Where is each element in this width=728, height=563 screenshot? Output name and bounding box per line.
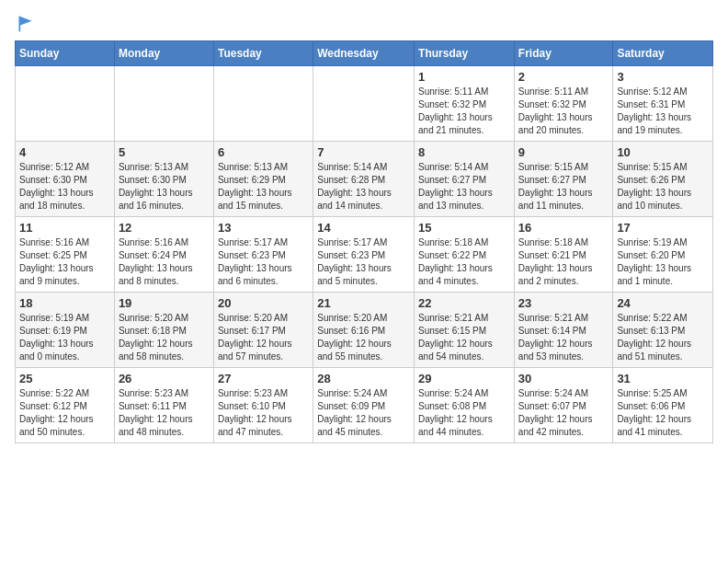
calendar-cell: [213, 66, 313, 142]
day-info: Sunrise: 5:20 AM Sunset: 6:17 PM Dayligh…: [218, 312, 309, 363]
calendar-cell: 10Sunrise: 5:15 AM Sunset: 6:26 PM Dayli…: [613, 142, 713, 217]
calendar-cell: 6Sunrise: 5:13 AM Sunset: 6:29 PM Daylig…: [213, 142, 313, 217]
day-number: 1: [418, 70, 510, 84]
day-number: 31: [617, 372, 709, 385]
day-number: 5: [119, 145, 210, 159]
column-header-sunday: Sunday: [16, 41, 115, 66]
svg-rect-1: [19, 17, 21, 32]
day-info: Sunrise: 5:19 AM Sunset: 6:20 PM Dayligh…: [617, 236, 709, 288]
day-number: 3: [617, 70, 709, 84]
calendar-week-3: 11Sunrise: 5:16 AM Sunset: 6:25 PM Dayli…: [16, 217, 713, 293]
calendar-cell: 29Sunrise: 5:24 AM Sunset: 6:08 PM Dayli…: [415, 368, 515, 443]
day-info: Sunrise: 5:18 AM Sunset: 6:21 PM Dayligh…: [518, 236, 609, 288]
calendar-cell: 4Sunrise: 5:12 AM Sunset: 6:30 PM Daylig…: [16, 142, 115, 217]
calendar-week-2: 4Sunrise: 5:12 AM Sunset: 6:30 PM Daylig…: [16, 142, 713, 217]
day-number: 8: [418, 145, 510, 159]
day-number: 13: [218, 221, 309, 235]
calendar-cell: 23Sunrise: 5:21 AM Sunset: 6:14 PM Dayli…: [514, 293, 613, 368]
day-number: 4: [19, 145, 110, 159]
day-info: Sunrise: 5:14 AM Sunset: 6:28 PM Dayligh…: [317, 161, 410, 213]
day-info: Sunrise: 5:25 AM Sunset: 6:06 PM Dayligh…: [617, 387, 709, 439]
day-info: Sunrise: 5:23 AM Sunset: 6:10 PM Dayligh…: [218, 387, 309, 439]
day-number: 10: [617, 145, 709, 159]
calendar-cell: 5Sunrise: 5:13 AM Sunset: 6:30 PM Daylig…: [114, 142, 213, 217]
day-info: Sunrise: 5:12 AM Sunset: 6:31 PM Dayligh…: [617, 86, 709, 137]
day-number: 29: [418, 372, 510, 385]
day-info: Sunrise: 5:24 AM Sunset: 6:08 PM Dayligh…: [418, 387, 510, 439]
day-number: 12: [119, 221, 210, 235]
calendar-cell: 7Sunrise: 5:14 AM Sunset: 6:28 PM Daylig…: [313, 142, 415, 217]
day-info: Sunrise: 5:21 AM Sunset: 6:14 PM Dayligh…: [518, 312, 609, 363]
day-number: 15: [418, 221, 510, 235]
logo: [15, 15, 35, 33]
svg-marker-0: [19, 17, 31, 26]
day-info: Sunrise: 5:16 AM Sunset: 6:24 PM Dayligh…: [119, 236, 210, 288]
day-number: 27: [218, 372, 309, 385]
calendar-cell: 19Sunrise: 5:20 AM Sunset: 6:18 PM Dayli…: [114, 293, 213, 368]
day-info: Sunrise: 5:22 AM Sunset: 6:12 PM Dayligh…: [19, 387, 110, 439]
day-info: Sunrise: 5:12 AM Sunset: 6:30 PM Dayligh…: [19, 161, 110, 213]
day-number: 24: [617, 296, 709, 310]
calendar-cell: 26Sunrise: 5:23 AM Sunset: 6:11 PM Dayli…: [114, 368, 213, 443]
calendar-cell: 18Sunrise: 5:19 AM Sunset: 6:19 PM Dayli…: [16, 293, 115, 368]
calendar-week-4: 18Sunrise: 5:19 AM Sunset: 6:19 PM Dayli…: [16, 293, 713, 368]
calendar-cell: 8Sunrise: 5:14 AM Sunset: 6:27 PM Daylig…: [415, 142, 515, 217]
calendar-cell: 17Sunrise: 5:19 AM Sunset: 6:20 PM Dayli…: [613, 217, 713, 293]
calendar-cell: 27Sunrise: 5:23 AM Sunset: 6:10 PM Dayli…: [213, 368, 313, 443]
column-header-monday: Monday: [114, 41, 213, 66]
logo-flag-icon: [17, 15, 35, 33]
day-number: 11: [19, 221, 110, 235]
column-header-thursday: Thursday: [415, 41, 515, 66]
day-number: 2: [518, 70, 609, 84]
calendar-cell: 28Sunrise: 5:24 AM Sunset: 6:09 PM Dayli…: [313, 368, 415, 443]
day-info: Sunrise: 5:19 AM Sunset: 6:19 PM Dayligh…: [19, 312, 110, 363]
calendar-cell: [313, 66, 415, 142]
calendar-cell: [114, 66, 213, 142]
page-header: [15, 15, 713, 33]
calendar-cell: 12Sunrise: 5:16 AM Sunset: 6:24 PM Dayli…: [114, 217, 213, 293]
day-info: Sunrise: 5:16 AM Sunset: 6:25 PM Dayligh…: [19, 236, 110, 288]
day-info: Sunrise: 5:18 AM Sunset: 6:22 PM Dayligh…: [418, 236, 510, 288]
calendar-cell: 30Sunrise: 5:24 AM Sunset: 6:07 PM Dayli…: [514, 368, 613, 443]
calendar-cell: 13Sunrise: 5:17 AM Sunset: 6:23 PM Dayli…: [213, 217, 313, 293]
day-number: 22: [418, 296, 510, 310]
day-number: 18: [19, 296, 110, 310]
day-number: 20: [218, 296, 309, 310]
day-info: Sunrise: 5:15 AM Sunset: 6:26 PM Dayligh…: [617, 161, 709, 213]
calendar-cell: 1Sunrise: 5:11 AM Sunset: 6:32 PM Daylig…: [415, 66, 515, 142]
calendar-cell: 15Sunrise: 5:18 AM Sunset: 6:22 PM Dayli…: [415, 217, 515, 293]
calendar-week-1: 1Sunrise: 5:11 AM Sunset: 6:32 PM Daylig…: [16, 66, 713, 142]
column-header-saturday: Saturday: [613, 41, 713, 66]
day-info: Sunrise: 5:20 AM Sunset: 6:18 PM Dayligh…: [119, 312, 210, 363]
calendar-cell: 21Sunrise: 5:20 AM Sunset: 6:16 PM Dayli…: [313, 293, 415, 368]
day-number: 25: [19, 372, 110, 385]
day-info: Sunrise: 5:23 AM Sunset: 6:11 PM Dayligh…: [119, 387, 210, 439]
day-info: Sunrise: 5:21 AM Sunset: 6:15 PM Dayligh…: [418, 312, 510, 363]
calendar-cell: 31Sunrise: 5:25 AM Sunset: 6:06 PM Dayli…: [613, 368, 713, 443]
day-number: 28: [317, 372, 410, 385]
calendar-cell: 20Sunrise: 5:20 AM Sunset: 6:17 PM Dayli…: [213, 293, 313, 368]
day-number: 21: [317, 296, 410, 310]
day-number: 19: [119, 296, 210, 310]
day-info: Sunrise: 5:11 AM Sunset: 6:32 PM Dayligh…: [518, 86, 609, 137]
calendar-week-5: 25Sunrise: 5:22 AM Sunset: 6:12 PM Dayli…: [16, 368, 713, 443]
calendar-cell: 24Sunrise: 5:22 AM Sunset: 6:13 PM Dayli…: [613, 293, 713, 368]
day-number: 9: [518, 145, 609, 159]
day-info: Sunrise: 5:11 AM Sunset: 6:32 PM Dayligh…: [418, 86, 510, 137]
calendar-table: SundayMondayTuesdayWednesdayThursdayFrid…: [15, 40, 713, 443]
day-info: Sunrise: 5:20 AM Sunset: 6:16 PM Dayligh…: [317, 312, 410, 363]
calendar-cell: 16Sunrise: 5:18 AM Sunset: 6:21 PM Dayli…: [514, 217, 613, 293]
calendar-cell: [16, 66, 115, 142]
calendar-cell: 9Sunrise: 5:15 AM Sunset: 6:27 PM Daylig…: [514, 142, 613, 217]
day-number: 26: [119, 372, 210, 385]
column-header-friday: Friday: [514, 41, 613, 66]
header-row: SundayMondayTuesdayWednesdayThursdayFrid…: [16, 41, 713, 66]
calendar-cell: 25Sunrise: 5:22 AM Sunset: 6:12 PM Dayli…: [16, 368, 115, 443]
calendar-cell: 2Sunrise: 5:11 AM Sunset: 6:32 PM Daylig…: [514, 66, 613, 142]
day-number: 16: [518, 221, 609, 235]
day-info: Sunrise: 5:24 AM Sunset: 6:09 PM Dayligh…: [317, 387, 410, 439]
day-info: Sunrise: 5:24 AM Sunset: 6:07 PM Dayligh…: [518, 387, 609, 439]
day-info: Sunrise: 5:13 AM Sunset: 6:29 PM Dayligh…: [218, 161, 309, 213]
day-info: Sunrise: 5:15 AM Sunset: 6:27 PM Dayligh…: [518, 161, 609, 213]
column-header-wednesday: Wednesday: [313, 41, 415, 66]
